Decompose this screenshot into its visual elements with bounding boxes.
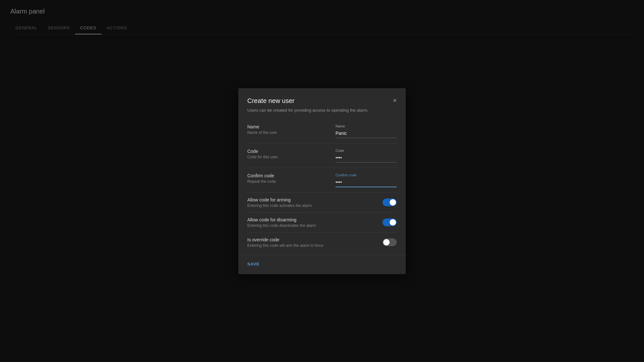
confirm-code-input[interactable] xyxy=(336,178,397,187)
override-label: Is override code xyxy=(247,237,383,242)
code-label: Code xyxy=(247,149,329,154)
code-label-group: Code Code for this user. xyxy=(247,149,336,159)
code-input[interactable] xyxy=(336,154,397,162)
name-field: Name xyxy=(336,124,397,138)
modal-title: Create new user xyxy=(247,97,295,105)
disarming-toggle-knob xyxy=(390,219,396,226)
override-toggle[interactable] xyxy=(383,238,397,246)
override-label-group: Is override code Entering this code will… xyxy=(247,237,383,248)
confirm-code-field: Confirm code xyxy=(336,173,397,187)
code-field-label: Code xyxy=(336,149,397,153)
disarming-label-group: Allow code for disarming Entering this c… xyxy=(247,217,383,228)
name-input[interactable] xyxy=(336,129,397,138)
confirm-code-input-group: Confirm code xyxy=(336,173,397,187)
arming-toggle-knob xyxy=(390,199,396,206)
create-user-modal: Create new user × Users can be created f… xyxy=(238,88,406,274)
confirm-code-sublabel: Repeat the code. xyxy=(247,179,329,184)
name-sublabel: Name of the user. xyxy=(247,130,329,135)
disarming-sublabel: Entering this code deactivates the alarm xyxy=(247,223,383,228)
code-sublabel: Code for this user. xyxy=(247,155,329,159)
override-toggle-knob xyxy=(383,239,390,246)
code-field: Code xyxy=(336,149,397,162)
arming-sublabel: Entering this code activates the alarm xyxy=(247,203,383,208)
override-sublabel: Entering this code will arm the alarm in… xyxy=(247,243,383,248)
code-input-group: Code xyxy=(336,149,397,162)
arming-label-group: Allow code for arming Entering this code… xyxy=(247,197,383,208)
confirm-code-row: Confirm code Repeat the code. Confirm co… xyxy=(247,168,397,192)
disarming-label: Allow code for disarming xyxy=(247,217,383,222)
code-row: Code Code for this user. Code xyxy=(247,143,397,168)
modal-footer: SAVE xyxy=(238,255,406,274)
save-button[interactable]: SAVE xyxy=(247,260,260,268)
modal-overlay: Create new user × Users can be created f… xyxy=(0,0,644,362)
arming-label: Allow code for arming xyxy=(247,197,383,202)
name-input-group: Name xyxy=(336,124,397,138)
name-field-label: Name xyxy=(336,124,397,128)
disarming-toggle-row: Allow code for disarming Entering this c… xyxy=(247,212,397,232)
modal-header: Create new user × xyxy=(238,88,406,105)
override-toggle-row: Is override code Entering this code will… xyxy=(247,232,397,252)
modal-body: Name Name of the user. Name Code Code fo… xyxy=(238,119,406,252)
modal-subtitle: Users can be created for providing acces… xyxy=(238,105,406,119)
confirm-code-label-group: Confirm code Repeat the code. xyxy=(247,173,336,184)
confirm-code-field-label: Confirm code xyxy=(336,173,397,177)
modal-close-button[interactable]: × xyxy=(393,97,397,104)
arming-toggle[interactable] xyxy=(383,199,397,206)
confirm-code-label: Confirm code xyxy=(247,173,329,178)
name-label: Name xyxy=(247,124,329,129)
name-label-group: Name Name of the user. xyxy=(247,124,336,135)
arming-toggle-row: Allow code for arming Entering this code… xyxy=(247,192,397,212)
disarming-toggle[interactable] xyxy=(383,218,397,226)
name-row: Name Name of the user. Name xyxy=(247,119,397,143)
